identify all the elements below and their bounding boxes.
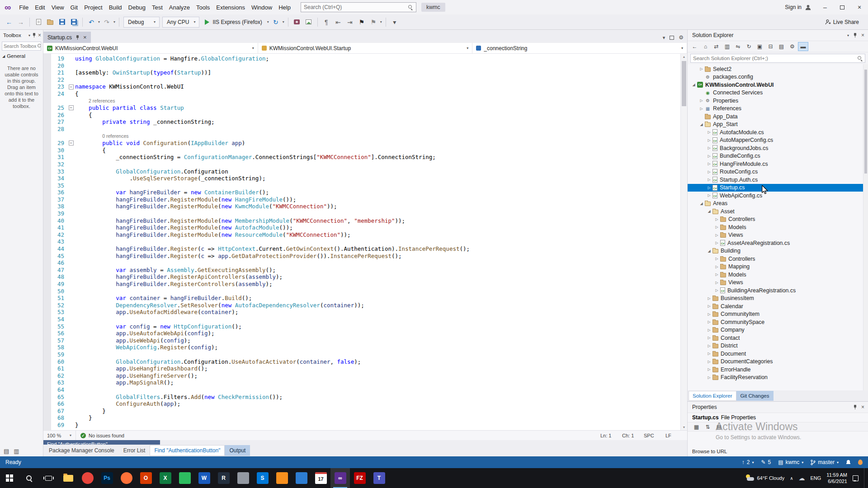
- code-line[interactable]: 56 app.UseAutofacWebApi(config);: [43, 330, 680, 337]
- code-line[interactable]: 51 var container = hangFireBuilder.Build…: [43, 295, 680, 302]
- code-text[interactable]: hangFireBuilder.RegisterModule(new KwmcM…: [75, 203, 337, 210]
- code-text[interactable]: _connectionString = ConfigurationManager…: [75, 154, 436, 161]
- close-button[interactable]: ×: [851, 0, 868, 14]
- tree-item-webapiconfig-cs[interactable]: ▷WebApiConfig.cs: [688, 192, 868, 200]
- taskbar-calendar[interactable]: 17: [311, 468, 330, 488]
- tree-item-controllers[interactable]: ▷Controllers: [688, 255, 868, 263]
- navigate-backward-icon[interactable]: ←: [4, 17, 14, 28]
- back-icon[interactable]: ←: [689, 42, 700, 51]
- decrease-indent-icon[interactable]: ⇤: [333, 17, 344, 28]
- expander-collapsed-icon[interactable]: ▷: [698, 99, 705, 103]
- tree-item-references[interactable]: ▷▦References: [688, 105, 868, 113]
- code-line[interactable]: 22: [43, 76, 680, 84]
- word-wrap-icon[interactable]: ¶: [321, 17, 332, 28]
- zoom-selector[interactable]: 100 % ▾: [43, 431, 76, 440]
- breadcrumb-kwmissioncontrol-webui[interactable]: KWMissionControl.WebUI▾: [43, 43, 258, 53]
- taskbar-app-green[interactable]: [175, 468, 194, 488]
- tree-item-app-data[interactable]: App_Data: [688, 113, 868, 121]
- switch-views-icon[interactable]: ⇄: [711, 42, 722, 51]
- code-text[interactable]: GlobalConfiguration.Configuration: [75, 168, 228, 175]
- code-text[interactable]: app.UseAutofacMiddleware(container);: [75, 309, 238, 316]
- menu-view[interactable]: View: [48, 2, 67, 13]
- tree-item-building[interactable]: ◢Building: [688, 247, 868, 255]
- code-text[interactable]: }: [75, 414, 92, 422]
- expander-collapsed-icon[interactable]: ▷: [706, 320, 712, 324]
- code-text[interactable]: }: [75, 422, 79, 429]
- code-text[interactable]: }: [75, 408, 106, 415]
- expander-collapsed-icon[interactable]: ▷: [713, 288, 720, 292]
- code-line[interactable]: 54: [43, 316, 680, 323]
- redo-icon[interactable]: ↷: [101, 17, 112, 28]
- action-center-icon[interactable]: [853, 475, 859, 481]
- expander-collapsed-icon[interactable]: ▷: [713, 272, 720, 277]
- expander-collapsed-icon[interactable]: ▷: [706, 375, 712, 380]
- code-text[interactable]: var assembly = Assembly.GetExecutingAsse…: [75, 267, 276, 274]
- menu-debug[interactable]: Debug: [125, 2, 149, 13]
- code-line[interactable]: 26 {: [43, 112, 680, 119]
- taskbar-store[interactable]: S: [253, 468, 272, 488]
- tree-item-company[interactable]: ▷Company: [688, 326, 868, 334]
- taskbar-firefox[interactable]: [117, 468, 136, 488]
- tree-item-asset[interactable]: ◢Asset: [688, 207, 868, 216]
- code-line[interactable]: 66 ConfigureAuth(app);: [43, 400, 680, 408]
- editor-scrollbar[interactable]: ▲ ▼: [680, 54, 687, 430]
- tree-item-select2[interactable]: ▷Select2: [688, 65, 868, 73]
- tree-item-views[interactable]: ▷Views: [688, 279, 868, 287]
- tree-item-calendar[interactable]: ▷Calendar: [688, 302, 868, 310]
- start-debugging-button[interactable]: IIS Express (Firefox): [201, 17, 265, 28]
- code-text[interactable]: hangFireBuilder.RegisterModule(new Autof…: [75, 224, 293, 231]
- tree-item-packages-config[interactable]: ⚙packages.config: [688, 73, 868, 81]
- expander-collapsed-icon[interactable]: ▷: [706, 312, 712, 316]
- tree-item-mapping[interactable]: ▷Mapping: [688, 263, 868, 271]
- code-text[interactable]: hangFireBuilder.RegisterControllers(asse…: [75, 281, 273, 288]
- screenshot-icon[interactable]: [292, 17, 302, 28]
- taskbar-app-gray[interactable]: [233, 468, 253, 488]
- code-line[interactable]: 49 hangFireBuilder.RegisterControllers(a…: [43, 281, 680, 288]
- code-line[interactable]: 45 hangFireBuilder.Register(c => app.Get…: [43, 253, 680, 260]
- code-text[interactable]: {: [75, 147, 106, 154]
- panel-tab-package-manager-console[interactable]: Package Manager Console: [44, 445, 119, 456]
- code-line[interactable]: 29− public void Configuration(IAppBuilde…: [43, 140, 680, 147]
- tree-item-documentcategories[interactable]: ▷DocumentCategories: [688, 358, 868, 366]
- code-text[interactable]: namespace KWMissionControl.WebUI: [75, 83, 184, 90]
- save-all-icon[interactable]: [68, 17, 79, 28]
- show-all-files-icon[interactable]: ▤: [776, 42, 787, 51]
- taskbar-photoshop[interactable]: Ps: [97, 468, 117, 488]
- editor-tab-startup-cs[interactable]: Startup.cs ×: [43, 32, 91, 43]
- new-project-icon[interactable]: [33, 17, 44, 28]
- scrollbar-thumb[interactable]: [864, 70, 867, 174]
- toolbox-group-general[interactable]: ◢ General: [0, 52, 43, 61]
- expander-collapsed-icon[interactable]: ▷: [713, 257, 720, 261]
- code-text[interactable]: hangFireBuilder.RegisterApiControllers(a…: [75, 273, 283, 281]
- code-line[interactable]: 67 }: [43, 408, 680, 415]
- code-line[interactable]: 57 app.UseWebApi(config);: [43, 337, 680, 344]
- code-line[interactable]: 37 hangFireBuilder.RegisterModule(new Ha…: [43, 196, 680, 203]
- code-line[interactable]: 38 hangFireBuilder.RegisterModule(new Kw…: [43, 203, 680, 210]
- expander-collapsed-icon[interactable]: ▷: [706, 367, 712, 371]
- taskbar-excel[interactable]: X: [156, 468, 175, 488]
- pin-icon[interactable]: [853, 33, 857, 38]
- code-line[interactable]: 25− public partial class Startup: [43, 104, 680, 112]
- code-line[interactable]: 32: [43, 161, 680, 168]
- sync-with-active-document-icon[interactable]: ⇋: [733, 42, 743, 51]
- next-bookmark-icon[interactable]: ⚑: [368, 17, 379, 28]
- close-icon[interactable]: ×: [38, 32, 41, 38]
- expander-collapsed-icon[interactable]: ▷: [706, 178, 712, 182]
- expander-collapsed-icon[interactable]: ▷: [706, 344, 712, 348]
- tree-item-businessitem[interactable]: ▷BusinessItem: [688, 295, 868, 303]
- tree-item-models[interactable]: ▷Models: [688, 271, 868, 279]
- code-line[interactable]: 65 GlobalFilters.Filters.Add(new CheckPe…: [43, 394, 680, 401]
- code-line[interactable]: 60 GlobalConfiguration.Configuration.Use…: [43, 358, 680, 366]
- pin-icon[interactable]: [32, 33, 36, 38]
- refresh-icon[interactable]: ↻: [744, 42, 754, 51]
- taskbar-task-view[interactable]: [39, 468, 58, 488]
- notifications-button[interactable]: [846, 460, 851, 465]
- tree-item-hangfiremodule-cs[interactable]: ▷HangFireModule.cs: [688, 160, 868, 168]
- code-line[interactable]: 35: [43, 182, 680, 189]
- taskbar-search[interactable]: [19, 468, 39, 488]
- taskbar-outlook[interactable]: O: [136, 468, 156, 488]
- expander-expanded-icon[interactable]: ◢: [698, 202, 705, 206]
- taskbar-filezilla[interactable]: FZ: [350, 468, 369, 488]
- expander-expanded-icon[interactable]: ◢: [706, 209, 712, 213]
- expander-expanded-icon[interactable]: ◢: [706, 249, 712, 253]
